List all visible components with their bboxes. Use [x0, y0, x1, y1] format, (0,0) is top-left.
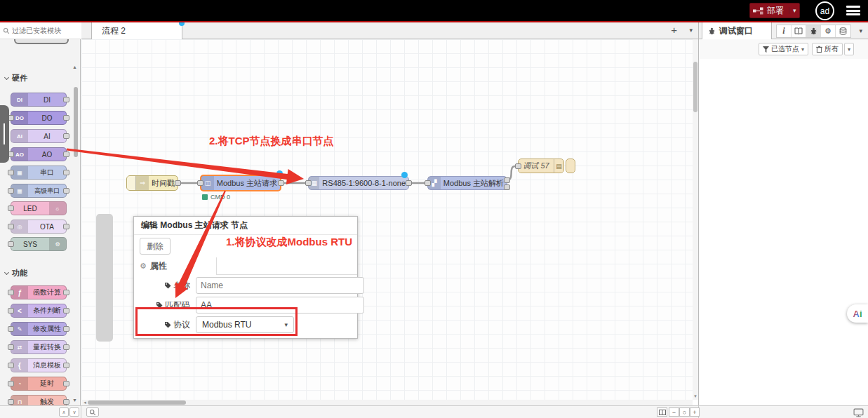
- flow-node-modbus-parse[interactable]: ▞ Modbus 主站解析: [427, 176, 507, 190]
- info-icon[interactable]: i: [777, 25, 792, 37]
- ai-assistant-badge[interactable]: Ai: [847, 304, 868, 323]
- scroll-left-icon[interactable]: ◄: [83, 400, 87, 405]
- protocol-select[interactable]: Modbus RTU▾: [196, 316, 294, 333]
- palette-node-clipped[interactable]: [14, 39, 69, 44]
- palette-node-serial[interactable]: ▦串口: [11, 166, 67, 180]
- debug-toggle-button[interactable]: [566, 159, 575, 173]
- input-port[interactable]: [305, 180, 312, 186]
- output-port[interactable]: [63, 344, 69, 350]
- palette-node-template[interactable]: {消息模板: [11, 358, 67, 372]
- clear-all-button[interactable]: 所有: [812, 43, 843, 55]
- palette-node-function[interactable]: ƒ函数计算: [11, 285, 67, 299]
- output-port[interactable]: [63, 308, 69, 314]
- input-port[interactable]: [8, 344, 14, 350]
- input-port[interactable]: [425, 180, 431, 186]
- input-port[interactable]: [8, 224, 14, 229]
- delete-button[interactable]: 删除: [140, 238, 171, 255]
- input-port[interactable]: [8, 290, 14, 295]
- avatar[interactable]: ad: [815, 1, 834, 20]
- canvas-search-button[interactable]: [86, 407, 99, 417]
- palette-search[interactable]: [0, 22, 81, 39]
- deploy-caret[interactable]: ▾: [789, 7, 796, 14]
- palette-collapse-handle[interactable]: [0, 105, 9, 163]
- output-port[interactable]: [63, 115, 69, 121]
- input-port[interactable]: [515, 163, 521, 169]
- clear-options-caret[interactable]: ▾: [844, 43, 854, 55]
- gear-icon[interactable]: ⚙: [821, 25, 836, 37]
- tab-flow2[interactable]: 流程 2: [91, 22, 182, 39]
- tab-properties[interactable]: ⚙ 属性: [134, 257, 217, 275]
- output-port[interactable]: [63, 97, 69, 102]
- inject-button[interactable]: [127, 176, 136, 190]
- flow-node-debug[interactable]: 调试 57 ▤: [518, 159, 564, 173]
- output-port[interactable]: [63, 399, 69, 405]
- help-book-icon[interactable]: [792, 25, 806, 37]
- palette-node-ao[interactable]: AOAO: [11, 147, 67, 161]
- output-port[interactable]: [175, 180, 181, 186]
- output-port[interactable]: [63, 188, 69, 194]
- output-port[interactable]: [63, 290, 69, 295]
- output-port[interactable]: [63, 381, 69, 386]
- palette-scroll-down-icon[interactable]: ▼: [72, 398, 77, 403]
- scroll-down-icon[interactable]: ▼: [693, 394, 697, 398]
- match-code-field[interactable]: [196, 297, 364, 314]
- palette-node-delay[interactable]: ◔延时: [11, 377, 67, 391]
- input-port[interactable]: [197, 180, 203, 186]
- bug-icon[interactable]: [806, 25, 821, 37]
- input-port[interactable]: [8, 363, 14, 368]
- output-port[interactable]: [63, 170, 69, 175]
- output-port-1[interactable]: [504, 177, 510, 183]
- palette-node-do[interactable]: DODO: [11, 111, 67, 125]
- input-port[interactable]: [8, 188, 14, 194]
- canvas-vscroll[interactable]: [693, 39, 698, 400]
- palette-scroll-up-icon[interactable]: ▲: [72, 65, 77, 69]
- name-field[interactable]: [196, 277, 364, 294]
- input-port[interactable]: [8, 205, 14, 211]
- palette-node-ai[interactable]: AIAI: [11, 129, 67, 143]
- menu-icon[interactable]: [846, 6, 860, 15]
- output-port[interactable]: [278, 180, 284, 186]
- context-data-icon[interactable]: [836, 25, 850, 37]
- keyboard-shortcuts-icon[interactable]: [853, 408, 864, 417]
- tab-debug-window[interactable]: 调试窗口: [702, 22, 772, 39]
- input-port[interactable]: [8, 326, 14, 332]
- palette-section-hardware[interactable]: 硬件: [5, 73, 27, 83]
- input-port[interactable]: [8, 241, 14, 247]
- output-port[interactable]: [406, 180, 412, 186]
- output-port-2[interactable]: [504, 184, 510, 190]
- add-flow-button[interactable]: +: [671, 24, 677, 36]
- output-port[interactable]: [63, 133, 69, 139]
- output-port[interactable]: [63, 326, 69, 332]
- flow-node-inject[interactable]: ⇒ 时间戳: [126, 175, 178, 191]
- zoom-out-button[interactable]: −: [669, 407, 679, 417]
- input-port[interactable]: [8, 308, 14, 314]
- palette-node-led[interactable]: ☼LED: [11, 201, 67, 215]
- palette-node-change[interactable]: ✎修改属性: [11, 322, 67, 336]
- output-port[interactable]: [63, 363, 69, 368]
- filter-selected-nodes-button[interactable]: 已选节点 ▾: [759, 43, 808, 55]
- palette-collapse-button[interactable]: ∧: [59, 407, 69, 417]
- canvas-vscroll-thumb[interactable]: [693, 62, 697, 112]
- zoom-reset-button[interactable]: ○: [679, 407, 690, 417]
- navigator-button[interactable]: [657, 407, 667, 417]
- palette-node-adv-serial[interactable]: ▦高级串口: [11, 184, 67, 198]
- palette-section-function[interactable]: 功能: [5, 268, 27, 278]
- flow-node-modbus-request[interactable]: ◫ Modbus 主站请求: [200, 175, 281, 191]
- input-port[interactable]: [8, 399, 14, 405]
- canvas-hscroll-thumb[interactable]: [88, 400, 186, 405]
- palette-node-range[interactable]: ⇄量程转换: [11, 340, 67, 354]
- canvas-hscroll[interactable]: [81, 400, 693, 405]
- input-port[interactable]: [8, 170, 14, 175]
- palette-node-sys[interactable]: ⚙SYS: [11, 237, 67, 251]
- palette-search-input[interactable]: [12, 27, 75, 34]
- sidebar-menu-caret[interactable]: ▾: [859, 27, 862, 34]
- palette-scrollbar[interactable]: [74, 87, 78, 157]
- output-port[interactable]: [63, 151, 69, 157]
- output-port[interactable]: [63, 224, 69, 229]
- palette-expand-button[interactable]: ∨: [69, 407, 79, 417]
- input-port[interactable]: [8, 381, 14, 386]
- palette-node-switch[interactable]: <条件判断: [11, 304, 67, 318]
- palette-node-di[interactable]: DIDI: [11, 93, 67, 107]
- flow-node-rs485[interactable]: ▦ RS485-1:9600-8-1-none: [308, 176, 409, 190]
- deploy-button[interactable]: 部署 ▾: [749, 3, 800, 18]
